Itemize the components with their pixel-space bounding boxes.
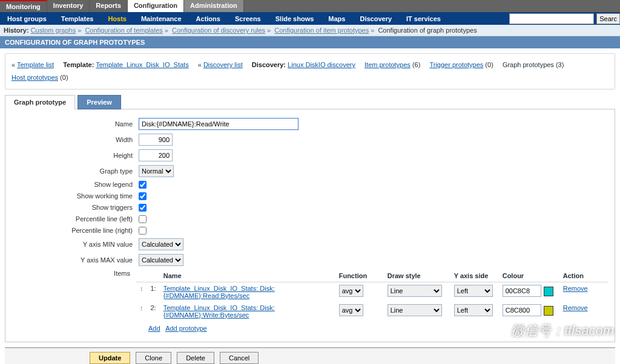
item-colour-input[interactable]	[503, 285, 541, 297]
top-tab-monitoring[interactable]: Monitoring	[0, 0, 47, 12]
ymax-select[interactable]: Calculated	[139, 254, 183, 266]
col-drawstyle: Draw style	[384, 270, 450, 282]
top-menu: Monitoring Inventory Reports Configurati…	[0, 0, 620, 12]
percleft-label: Percentile line (left)	[12, 215, 139, 223]
top-tab-inventory[interactable]: Inventory	[47, 0, 90, 12]
trigger-prototypes-link[interactable]: Trigger prototypes	[429, 61, 483, 68]
drag-handle-icon[interactable]: ↕	[136, 302, 147, 321]
top-tab-administration[interactable]: Administration	[184, 0, 244, 12]
name-label: Name	[12, 120, 139, 128]
showworking-checkbox[interactable]	[139, 192, 147, 200]
discovery-list-link[interactable]: Discovery list	[203, 61, 243, 68]
showlegend-label: Show legend	[12, 181, 139, 188]
form-tabs: Graph prototype Preview	[5, 94, 615, 109]
item-prototypes-link[interactable]: Item prototypes	[364, 61, 411, 68]
discovery-name-link[interactable]: Linux DiskIO discovery	[288, 61, 355, 68]
sub-slideshows[interactable]: Slide shows	[268, 13, 322, 24]
items-label: Items	[12, 270, 136, 277]
search-input[interactable]	[509, 13, 594, 24]
sub-actions[interactable]: Actions	[189, 13, 228, 24]
colour-swatch[interactable]	[544, 306, 553, 316]
percleft-checkbox[interactable]	[139, 215, 147, 223]
item-index: 2:	[147, 302, 160, 321]
sub-maintenance[interactable]: Maintenance	[134, 13, 189, 24]
items-table: Name Function Draw style Y axis side Col…	[136, 270, 608, 321]
height-input[interactable]	[139, 149, 173, 161]
item-remove-link[interactable]: Remove	[563, 304, 588, 311]
item-remove-link[interactable]: Remove	[563, 285, 588, 292]
graph-prototypes-label: Graph prototypes (3)	[503, 61, 564, 68]
history-link[interactable]: Custom graphs	[31, 27, 76, 34]
discovery-label: Discovery:	[252, 61, 286, 68]
add-item-link[interactable]: Add	[148, 325, 160, 332]
history-bar: History: Custom graphs» Configuration of…	[0, 25, 620, 36]
update-button[interactable]: Update	[90, 352, 130, 364]
showtriggers-label: Show triggers	[12, 204, 139, 211]
page-title: CONFIGURATION OF GRAPH PROTOTYPES	[0, 36, 620, 48]
history-link[interactable]: Configuration of item prototypes	[274, 27, 369, 34]
col-name: Name	[160, 270, 335, 282]
item-drawstyle-select[interactable]: Line	[388, 285, 442, 297]
showlegend-checkbox[interactable]	[139, 181, 147, 189]
form-panel: Name Width Height Graph type Normal Show…	[5, 109, 615, 342]
template-list-link[interactable]: Template list	[17, 61, 54, 68]
item-row: ↕ 1: Template_Linux_Disk_IO_Stats: Disk:…	[136, 282, 608, 302]
template-name-link[interactable]: Template_Linux_Disk_IO_Stats	[96, 61, 188, 68]
add-prototype-link[interactable]: Add prototype	[165, 325, 207, 332]
sub-maps[interactable]: Maps	[321, 13, 352, 24]
delete-button[interactable]: Delete	[177, 352, 214, 364]
showworking-label: Show working time	[12, 192, 139, 200]
item-row: ↕ 2: Template_Linux_Disk_IO_Stats: Disk:…	[136, 302, 608, 321]
top-tab-reports[interactable]: Reports	[90, 0, 128, 12]
width-label: Width	[12, 136, 139, 143]
col-colour: Colour	[499, 270, 559, 282]
colour-swatch[interactable]	[544, 287, 553, 296]
col-action: Action	[559, 270, 608, 282]
col-yaxisside: Y axis side	[450, 270, 499, 282]
graphtype-label: Graph type	[12, 167, 139, 175]
item-drawstyle-select[interactable]: Line	[388, 304, 442, 316]
col-function: Function	[335, 270, 384, 282]
name-input[interactable]	[139, 118, 298, 130]
item-side-select[interactable]: Left	[454, 285, 493, 297]
button-bar: Update Clone Delete Cancel	[5, 347, 615, 364]
tab-preview[interactable]: Preview	[78, 95, 121, 109]
item-name-link[interactable]: Template_Linux_Disk_IO_Stats: Disk:{#DMN…	[163, 304, 275, 319]
search-button[interactable]: Searc	[596, 13, 620, 24]
sub-discovery[interactable]: Discovery	[352, 13, 399, 24]
history-link[interactable]: Configuration of discovery rules	[172, 27, 265, 34]
sub-menu: Host groups Templates Hosts Maintenance …	[0, 12, 620, 25]
sub-hostgroups[interactable]: Host groups	[0, 13, 54, 24]
history-label: History:	[4, 27, 29, 34]
percright-label: Percentile line (right)	[12, 227, 139, 234]
sub-hosts[interactable]: Hosts	[101, 13, 134, 24]
ymax-label: Y axis MAX value	[12, 256, 139, 264]
info-bar: « Template list Template: Template_Linux…	[5, 53, 615, 89]
ymin-select[interactable]: Calculated	[139, 238, 183, 250]
ymin-label: Y axis MIN value	[12, 241, 139, 248]
item-side-select[interactable]: Left	[454, 304, 493, 316]
history-link[interactable]: Configuration of templates	[85, 27, 162, 34]
item-colour-input[interactable]	[503, 304, 541, 316]
sub-screens[interactable]: Screens	[228, 13, 268, 24]
template-label: Template:	[63, 61, 94, 68]
height-label: Height	[12, 152, 139, 159]
tab-graph-prototype[interactable]: Graph prototype	[5, 95, 75, 109]
cancel-button[interactable]: Cancel	[220, 352, 259, 364]
item-name-link[interactable]: Template_Linux_Disk_IO_Stats: Disk:{#DMN…	[163, 285, 275, 299]
top-tab-configuration[interactable]: Configuration	[128, 0, 184, 12]
item-function-select[interactable]: avg	[339, 304, 363, 316]
percright-checkbox[interactable]	[139, 227, 147, 235]
drag-handle-icon[interactable]: ↕	[136, 282, 147, 302]
width-input[interactable]	[139, 134, 173, 146]
history-current: Configuration of graph prototypes	[378, 27, 477, 34]
item-index: 1:	[147, 282, 160, 302]
sub-itservices[interactable]: IT services	[399, 13, 448, 24]
graphtype-select[interactable]: Normal	[139, 165, 174, 177]
sub-templates[interactable]: Templates	[54, 13, 101, 24]
host-prototypes-link[interactable]: Host prototypes	[12, 74, 58, 81]
clone-button[interactable]: Clone	[136, 352, 171, 364]
item-function-select[interactable]: avg	[339, 285, 363, 297]
showtriggers-checkbox[interactable]	[139, 204, 147, 212]
